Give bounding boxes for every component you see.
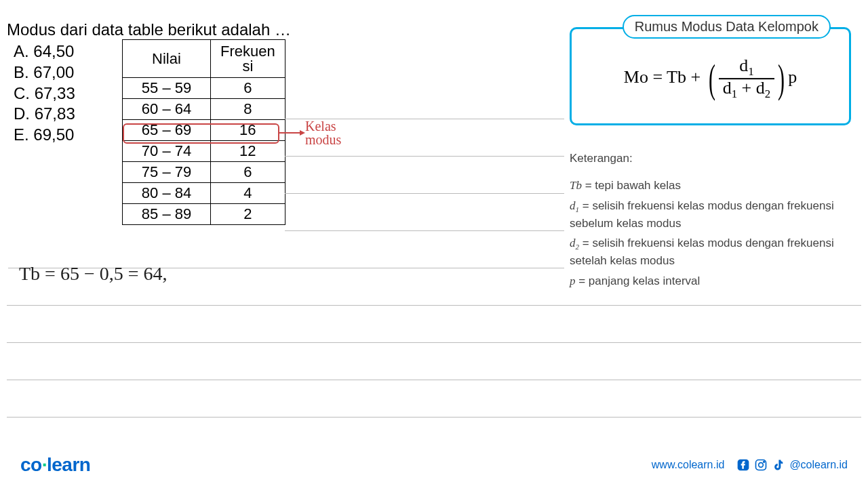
table-row: 80 – 844 xyxy=(123,183,285,204)
website-url: www.colearn.id xyxy=(652,459,725,471)
social-links: @colearn.id xyxy=(736,458,848,472)
answer-b: B. 67,00 xyxy=(14,63,75,83)
table-row: 55 – 596 xyxy=(123,78,285,99)
answer-a: A. 64,50 xyxy=(14,42,75,62)
ruled-line xyxy=(7,305,861,306)
footer: co·learn www.colearn.id @colearn.id xyxy=(0,454,868,476)
table-row: 70 – 7412 xyxy=(123,141,285,162)
ruled-line xyxy=(285,119,564,119)
logo-dot-icon: · xyxy=(42,454,47,475)
facebook-icon xyxy=(736,458,750,472)
colearn-logo: co·learn xyxy=(20,454,90,476)
social-handle: @colearn.id xyxy=(789,459,848,471)
keterangan-block: Keterangan: Tb = tepi bawah kelas d1 = s… xyxy=(570,152,851,293)
question-text: Modus dari data table berikut adalah … xyxy=(7,20,291,39)
keterangan-title: Keterangan: xyxy=(570,152,851,165)
answer-options: A. 64,50 B. 67,00 C. 67,33 D. 67,83 E. 6… xyxy=(14,42,75,146)
answer-e: E. 69,50 xyxy=(14,125,75,145)
keterangan-d1: d1 = selisih frekuensi kelas modus denga… xyxy=(570,198,851,232)
modal-arrow-icon xyxy=(279,132,304,134)
formula-equation: Mo = Tb + ( d1 d1 + d2 )p xyxy=(572,57,849,100)
handwritten-work: Tb = 65 − 0,5 = 64, xyxy=(19,263,167,285)
ruled-line xyxy=(7,417,861,418)
formula-box: Mo = Tb + ( d1 d1 + d2 )p xyxy=(570,27,851,125)
ruled-line xyxy=(285,156,564,157)
table-row: 60 – 648 xyxy=(123,99,285,120)
keterangan-tb: Tb = tepi bawah kelas xyxy=(570,178,851,194)
tiktok-icon xyxy=(772,458,785,472)
footer-right: www.colearn.id @colearn.id xyxy=(652,458,848,472)
ruled-line xyxy=(7,342,861,343)
answer-d: D. 67,83 xyxy=(14,104,75,124)
instagram-icon xyxy=(754,458,768,472)
modal-class-label: Kelasmodus xyxy=(305,119,341,146)
svg-point-3 xyxy=(764,462,765,463)
ruled-line xyxy=(7,380,861,380)
formula-title: Rumus Modus Data Kelompok xyxy=(623,15,831,39)
keterangan-p: p = panjang kelas interval xyxy=(570,273,851,289)
svg-point-2 xyxy=(759,463,764,468)
answer-c: C. 67,33 xyxy=(14,84,75,104)
table-row: 75 – 796 xyxy=(123,162,285,183)
ruled-line xyxy=(285,230,564,231)
frequency-table: Nilai Frekuensi 55 – 596 60 – 648 65 – 6… xyxy=(122,39,285,225)
col-header-frekuensi: Frekuensi xyxy=(211,40,285,78)
ruled-line xyxy=(285,193,564,194)
col-header-nilai: Nilai xyxy=(123,40,211,78)
keterangan-d2: d2 = selisih frekuensi kelas modus denga… xyxy=(570,235,851,269)
table-row: 85 – 892 xyxy=(123,204,285,225)
table-row: 65 – 6916 xyxy=(123,120,285,141)
